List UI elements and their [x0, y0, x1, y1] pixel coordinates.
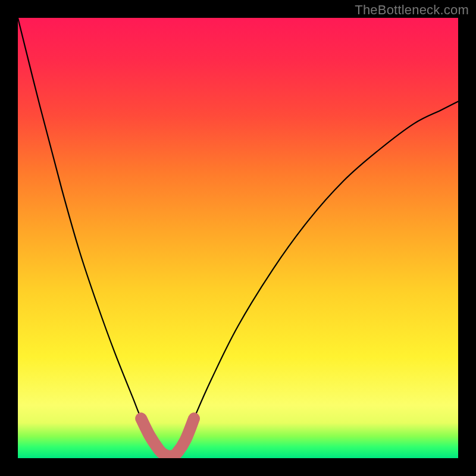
chart-svg: [18, 18, 458, 458]
chart-frame: TheBottleneck.com: [0, 0, 476, 476]
watermark-text: TheBottleneck.com: [355, 2, 469, 18]
plot-area: [18, 18, 458, 458]
bottleneck-curve: [18, 18, 458, 456]
optimal-range-marker: [141, 418, 194, 456]
